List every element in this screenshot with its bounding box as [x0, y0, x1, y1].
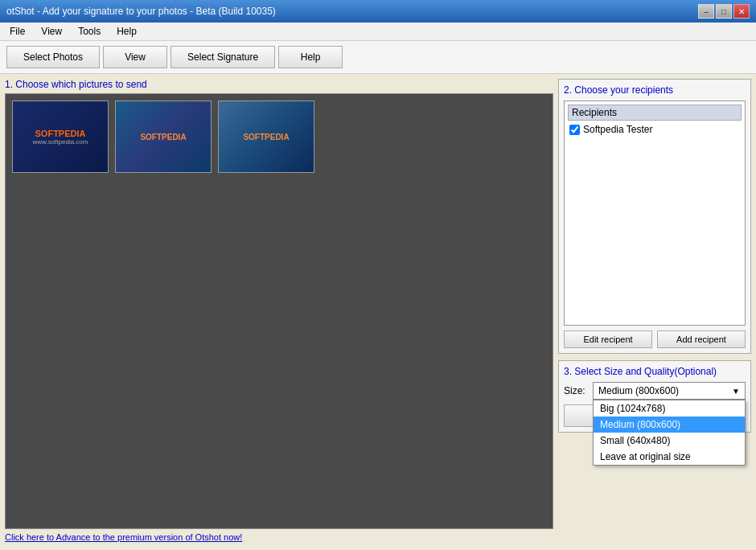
recipients-title: 2. Choose your recipients	[564, 84, 746, 96]
menu-view[interactable]: View	[35, 24, 68, 39]
window-title: otShot - Add your signature to your phot…	[6, 6, 276, 17]
size-select-wrapper: Medium (800x600) ▼ Big (1024x768) Medium…	[593, 382, 746, 400]
recipients-buttons: Edit recipent Add recipent	[564, 330, 746, 348]
size-section: 3. Select Size and Quality(Optional) Siz…	[558, 360, 751, 433]
size-section-title: 3. Select Size and Quality(Optional)	[564, 366, 746, 377]
select-signature-button[interactable]: Select Signature	[171, 46, 275, 68]
window-controls: – □ ✕	[698, 4, 750, 18]
photo-logo-1: SOFTPEDIA	[35, 129, 86, 138]
size-option-big[interactable]: Big (1024x768)	[594, 400, 745, 417]
recipients-box: Recipients Softpedia Tester	[564, 101, 746, 326]
recipient-name: Softpedia Tester	[583, 124, 653, 135]
menu-file[interactable]: File	[3, 24, 31, 39]
main-content: 1. Choose which pictures to send SOFTPED…	[0, 74, 756, 547]
title-bar: otShot - Add your signature to your phot…	[0, 0, 756, 23]
photo-thumb-3[interactable]: SOFTPEDIA	[218, 101, 314, 173]
photo-url-1: www.softpedia.com	[33, 138, 88, 146]
dropdown-arrow-icon: ▼	[732, 387, 740, 396]
maximize-button[interactable]: □	[716, 4, 732, 18]
size-option-small[interactable]: Small (640x480)	[594, 433, 745, 449]
minimize-button[interactable]: –	[698, 4, 714, 18]
add-recipient-button[interactable]: Add recipent	[657, 330, 746, 348]
menu-bar: File View Tools Help	[0, 23, 756, 41]
recipients-header: Recipients	[568, 105, 742, 121]
right-panel: 2. Choose your recipients Recipients Sof…	[558, 79, 751, 542]
photo-logo-2: SOFTPEDIA	[140, 133, 186, 142]
size-row: Size: Medium (800x600) ▼ Big (1024x768) …	[564, 382, 746, 400]
recipient-item[interactable]: Softpedia Tester	[568, 122, 742, 137]
recipient-checkbox[interactable]	[569, 125, 580, 135]
recipients-section: 2. Choose your recipients Recipients Sof…	[558, 79, 751, 354]
select-photos-button[interactable]: Select Photos	[6, 46, 100, 68]
help-button[interactable]: Help	[278, 46, 343, 68]
edit-recipient-button[interactable]: Edit recipent	[564, 330, 652, 348]
photo-logo-3: SOFTPEDIA	[243, 133, 289, 142]
close-button[interactable]: ✕	[733, 4, 750, 18]
size-select-display[interactable]: Medium (800x600) ▼	[593, 382, 746, 400]
toolbar: Select Photos View Select Signature Help	[0, 41, 756, 74]
photos-section-title: 1. Choose which pictures to send	[5, 79, 553, 90]
menu-help[interactable]: Help	[110, 24, 143, 39]
size-label: Size:	[564, 385, 588, 396]
view-button[interactable]: View	[103, 46, 167, 68]
size-option-original[interactable]: Leave at original size	[594, 449, 745, 465]
size-option-medium[interactable]: Medium (800x600)	[594, 417, 745, 433]
size-selected-value: Medium (800x600)	[598, 385, 679, 396]
photo-thumb-2[interactable]: SOFTPEDIA	[115, 101, 212, 173]
menu-tools[interactable]: Tools	[72, 24, 107, 39]
photo-thumb-1[interactable]: SOFTPEDIA www.softpedia.com	[12, 101, 109, 173]
size-dropdown: Big (1024x768) Medium (800x600) Small (6…	[593, 400, 746, 466]
photo-grid: SOFTPEDIA www.softpedia.com SOFTPEDIA SO…	[5, 93, 553, 529]
left-panel: 1. Choose which pictures to send SOFTPED…	[5, 79, 553, 542]
promo-link[interactable]: Click here to Advance to the premium ver…	[5, 532, 553, 542]
